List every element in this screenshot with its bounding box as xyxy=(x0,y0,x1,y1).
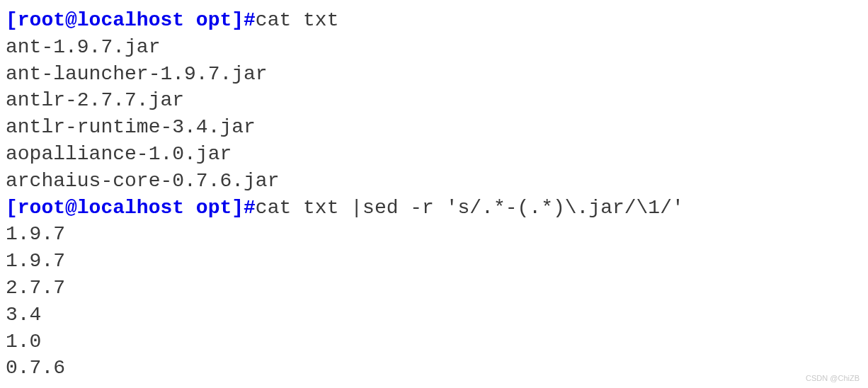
output-line: aopalliance-1.0.jar xyxy=(6,141,862,168)
command-line-1[interactable]: [root@localhost opt]#cat txt xyxy=(6,7,862,34)
command-line-2[interactable]: [root@localhost opt]#cat txt |sed -r 's/… xyxy=(6,195,862,222)
output-line: 1.0 xyxy=(6,329,862,355)
terminal-block-2: [root@localhost opt]#cat txt |sed -r 's/… xyxy=(6,195,862,382)
command-text: cat txt xyxy=(256,9,339,31)
output-line: antlr-runtime-3.4.jar xyxy=(6,114,862,141)
output-line: 2.7.7 xyxy=(6,275,862,302)
output-line: ant-1.9.7.jar xyxy=(6,34,862,61)
shell-prompt: [root@localhost opt]# xyxy=(6,9,256,31)
command-text: cat txt |sed -r 's/.*-(.*)\.jar/\1/' xyxy=(256,197,684,219)
output-line: antlr-2.7.7.jar xyxy=(6,87,862,114)
shell-prompt: [root@localhost opt]# xyxy=(6,197,256,219)
watermark-text: CSDN @ChiZB xyxy=(806,373,860,384)
output-line: 0.7.6 xyxy=(6,355,862,382)
terminal-block-1: [root@localhost opt]#cat txt ant-1.9.7.j… xyxy=(6,7,862,195)
output-line: 1.9.7 xyxy=(6,248,862,275)
output-line: 3.4 xyxy=(6,302,862,329)
output-line: ant-launcher-1.9.7.jar xyxy=(6,61,862,88)
output-line: 1.9.7 xyxy=(6,221,862,248)
output-line: archaius-core-0.7.6.jar xyxy=(6,168,862,195)
